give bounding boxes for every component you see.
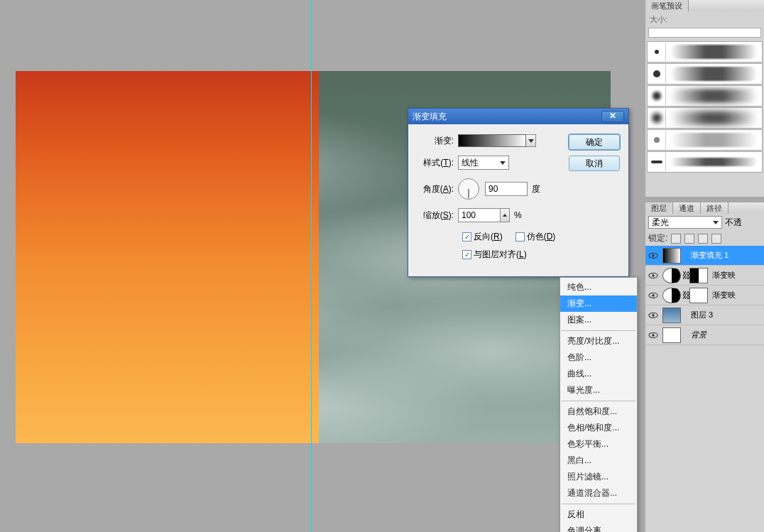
brush-size-label: 大小:: [645, 11, 764, 28]
brush-preset[interactable]: [647, 63, 763, 85]
lock-image-icon[interactable]: [684, 234, 694, 244]
ctx-photo-filter[interactable]: 照片滤镜...: [560, 469, 637, 485]
gradient-fill-dialog: 渐变填充 ✕ 确定 取消 渐变: 样式(T): 线性 角度(A): 度 缩放(S…: [408, 108, 629, 277]
layer-row[interactable]: 背景: [645, 325, 764, 345]
ok-button[interactable]: 确定: [569, 134, 620, 150]
layer-thumbnail[interactable]: [662, 327, 681, 343]
layer-name[interactable]: 渐变填充 1: [688, 250, 728, 261]
ctx-pattern[interactable]: 图案...: [560, 312, 637, 328]
ctx-invert[interactable]: 反相: [560, 506, 637, 523]
adjustment-thumbnail[interactable]: [662, 288, 681, 303]
menu-separator: [562, 504, 635, 504]
tab-layers[interactable]: 图层: [645, 202, 673, 214]
menu-separator: [562, 330, 635, 331]
ctx-curves[interactable]: 曲线...: [560, 366, 637, 382]
vertical-guide: [311, 0, 312, 532]
mask-thumbnail[interactable]: [689, 288, 708, 303]
lock-all-icon[interactable]: [711, 234, 721, 244]
scale-stepper[interactable]: [500, 208, 510, 222]
ctx-exposure[interactable]: 曝光度...: [560, 382, 637, 398]
adjustment-context-menu: 纯色... 渐变... 图案... 亮度/对比度... 色阶... 曲线... …: [560, 277, 638, 532]
gradient-dropdown-button[interactable]: [526, 134, 536, 147]
ctx-solid-color[interactable]: 纯色...: [560, 279, 637, 295]
layer-row[interactable]: 图层 3: [645, 305, 764, 325]
scale-input[interactable]: [458, 208, 501, 222]
brush-presets-panel: 画笔预设 大小:: [645, 0, 764, 197]
layers-panel: 图层 通道 路径 柔光 不透 锁定: 渐变填充 1 ⛓ 渐变映 ⛓: [645, 202, 764, 532]
scale-unit: %: [514, 210, 522, 220]
eye-icon: [648, 272, 658, 279]
ctx-bw[interactable]: 黑白...: [560, 452, 637, 469]
ctx-hue-sat[interactable]: 色相/饱和度...: [560, 420, 637, 436]
visibility-toggle[interactable]: [645, 312, 661, 319]
style-label: 样式(T):: [418, 157, 458, 169]
brush-preset[interactable]: [647, 107, 763, 129]
layer-name[interactable]: 图层 3: [688, 310, 713, 320]
dither-checkbox[interactable]: 仿色(D): [515, 231, 556, 243]
angle-label: 角度(A):: [418, 183, 458, 195]
link-icon: ⛓: [682, 291, 688, 300]
svg-point-5: [652, 294, 655, 297]
tab-brush-presets[interactable]: 画笔预设: [645, 0, 689, 11]
layer-row[interactable]: 渐变填充 1: [645, 246, 764, 266]
brush-preset[interactable]: [647, 41, 763, 63]
layer-row[interactable]: ⛓ 渐变映: [645, 266, 764, 286]
brush-preset[interactable]: [647, 129, 763, 151]
cancel-button[interactable]: 取消: [569, 156, 620, 171]
chevron-down-icon: [713, 221, 719, 224]
brush-list[interactable]: [645, 40, 764, 173]
layer-thumbnail[interactable]: [662, 308, 681, 323]
close-icon[interactable]: ✕: [601, 111, 624, 122]
link-icon: ⛓: [682, 271, 688, 281]
gradient-preview[interactable]: [458, 134, 526, 147]
reverse-checkbox[interactable]: 反向(R): [462, 231, 503, 243]
brush-preset[interactable]: [647, 85, 763, 107]
ctx-brightness[interactable]: 亮度/对比度...: [560, 333, 637, 349]
opacity-label: 不透: [725, 217, 742, 229]
lock-label: 锁定:: [648, 232, 667, 244]
gradient-overlay: [16, 71, 319, 443]
layer-list: 渐变填充 1 ⛓ 渐变映 ⛓ 渐变映 图层 3 背景: [645, 246, 764, 345]
dialog-titlebar[interactable]: 渐变填充 ✕: [408, 109, 628, 124]
eye-icon: [648, 292, 658, 299]
eye-icon: [648, 312, 658, 319]
ctx-color-balance[interactable]: 色彩平衡...: [560, 436, 637, 452]
lock-position-icon[interactable]: [698, 234, 708, 244]
angle-dial[interactable]: [458, 178, 479, 200]
ctx-channel-mixer[interactable]: 通道混合器...: [560, 485, 637, 501]
angle-input[interactable]: [485, 182, 528, 196]
visibility-toggle[interactable]: [645, 292, 661, 299]
ctx-posterize[interactable]: 色调分离...: [560, 523, 637, 532]
layer-thumbnail[interactable]: [662, 248, 681, 264]
visibility-toggle[interactable]: [645, 332, 661, 339]
svg-point-3: [652, 274, 655, 277]
brush-preset[interactable]: [647, 151, 763, 173]
layer-name[interactable]: 渐变映: [709, 270, 736, 281]
svg-point-7: [652, 314, 655, 317]
eye-icon: [648, 332, 658, 339]
style-combo[interactable]: 线性: [458, 156, 509, 170]
angle-unit: 度: [532, 183, 540, 195]
layer-name[interactable]: 渐变映: [709, 290, 736, 300]
align-with-layer-checkbox[interactable]: 与图层对齐(L): [462, 249, 527, 261]
eye-icon: [648, 252, 658, 259]
tab-channels[interactable]: 通道: [673, 202, 701, 214]
tab-paths[interactable]: 路径: [701, 202, 728, 214]
visibility-toggle[interactable]: [645, 252, 661, 259]
scale-label: 缩放(S):: [418, 210, 458, 222]
ctx-gradient[interactable]: 渐变...: [560, 295, 637, 312]
layer-name[interactable]: 背景: [688, 330, 706, 340]
ctx-vibrance[interactable]: 自然饱和度...: [560, 403, 637, 420]
layer-row[interactable]: ⛓ 渐变映: [645, 286, 764, 305]
ctx-levels[interactable]: 色阶...: [560, 349, 637, 366]
svg-point-9: [652, 334, 655, 337]
lock-transparent-icon[interactable]: [671, 234, 681, 244]
visibility-toggle[interactable]: [645, 272, 661, 279]
brush-size-slider[interactable]: [648, 28, 761, 38]
blend-mode-select[interactable]: 柔光: [648, 216, 722, 229]
dialog-title: 渐变填充: [413, 111, 447, 123]
chevron-down-icon: [528, 139, 534, 143]
chevron-down-icon: [500, 161, 506, 165]
adjustment-thumbnail[interactable]: [662, 268, 681, 283]
mask-thumbnail[interactable]: [689, 268, 708, 283]
